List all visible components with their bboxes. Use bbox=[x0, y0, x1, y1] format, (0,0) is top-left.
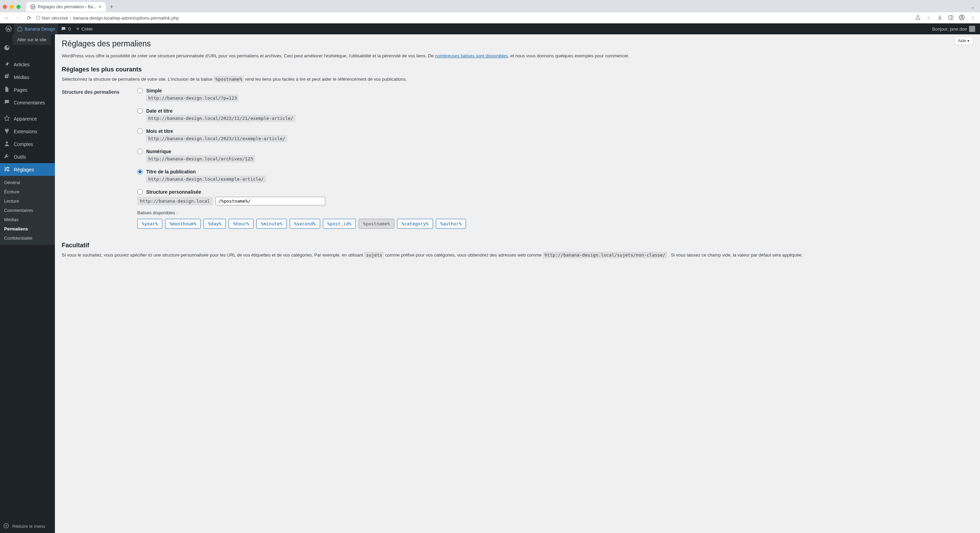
wp-logo-button[interactable] bbox=[3, 23, 14, 34]
sidebar-item-label: Pages bbox=[14, 87, 27, 93]
balise-author[interactable]: %author% bbox=[436, 219, 466, 229]
profile-icon[interactable] bbox=[959, 14, 965, 22]
plugins-icon bbox=[3, 128, 10, 135]
balise-monthnum[interactable]: %monthnum% bbox=[165, 219, 201, 229]
permalink-option-simple: Simple http://banana-design.local/?p=123 bbox=[137, 88, 973, 101]
radio-numeric[interactable] bbox=[137, 149, 143, 154]
balises-row: %year% %monthnum% %day% %hour% %minute% … bbox=[137, 219, 973, 229]
maximize-window-button[interactable] bbox=[16, 5, 21, 9]
tab-bar: Réglages des permaliens ‹ Ba... × + ⌄ bbox=[0, 0, 980, 12]
url-path: /wp-admin/options-permalink.php bbox=[113, 16, 179, 21]
sidebar-item-outils[interactable]: Outils bbox=[0, 150, 55, 163]
settings-submenu: Général Écriture Lecture Commentaires Mé… bbox=[0, 176, 55, 245]
sidebar-item-pages[interactable]: Pages bbox=[0, 83, 55, 96]
svg-rect-8 bbox=[5, 167, 9, 168]
submenu-medias[interactable]: Médias bbox=[0, 215, 55, 224]
minimize-window-button[interactable] bbox=[10, 5, 14, 9]
radio-month-title[interactable] bbox=[137, 128, 143, 134]
submenu-general[interactable]: Général bbox=[0, 178, 55, 187]
sidebar-item-commentaires[interactable]: Commentaires bbox=[0, 96, 55, 109]
chevron-down-icon: ▾ bbox=[967, 38, 969, 43]
radio-simple[interactable] bbox=[137, 88, 143, 93]
balise-postid[interactable]: %post_id% bbox=[323, 219, 356, 229]
new-tab-button[interactable]: + bbox=[110, 3, 114, 11]
radio-date-title[interactable] bbox=[137, 108, 143, 114]
svg-point-0 bbox=[31, 5, 35, 9]
custom-prefix: http://banana-design.local bbox=[137, 197, 213, 205]
comments-button[interactable]: 0 bbox=[58, 23, 73, 34]
browser-tab[interactable]: Réglages des permaliens ‹ Ba... × bbox=[26, 2, 106, 12]
menu-icon[interactable]: ⋮ bbox=[970, 16, 976, 21]
balise-second[interactable]: %second% bbox=[290, 219, 320, 229]
submenu-ecriture[interactable]: Écriture bbox=[0, 187, 55, 196]
svg-point-14 bbox=[4, 523, 8, 528]
site-hover-submenu[interactable]: Aller sur le site bbox=[12, 34, 51, 45]
sidebar-item-reglages[interactable]: Réglages bbox=[0, 163, 55, 176]
settings-icon bbox=[3, 166, 10, 173]
sidebar-item-articles[interactable]: Articles bbox=[0, 58, 55, 71]
svg-point-11 bbox=[5, 167, 6, 168]
reload-button[interactable]: ⟳ bbox=[25, 15, 33, 21]
permalink-option-custom: Structure personnalisée http://banana-de… bbox=[137, 189, 973, 229]
users-icon bbox=[3, 140, 10, 148]
sidebar-item-label: Comptes bbox=[14, 142, 33, 147]
share-icon[interactable] bbox=[915, 15, 921, 21]
balise-postname[interactable]: %postname% bbox=[359, 219, 394, 229]
collapse-menu-button[interactable]: Réduire le menu bbox=[0, 520, 55, 533]
intro-text: WordPress vous offre la possibilité de c… bbox=[62, 53, 973, 60]
create-label: Créer bbox=[81, 26, 93, 32]
radio-post-title[interactable] bbox=[137, 169, 143, 174]
help-tab[interactable]: Aide ▾ bbox=[954, 37, 973, 45]
label-month-title[interactable]: Mois et titre bbox=[146, 128, 173, 134]
label-post-title[interactable]: Titre de la publication bbox=[146, 169, 196, 174]
dashboard-icon bbox=[3, 45, 10, 52]
label-simple[interactable]: Simple bbox=[146, 88, 162, 93]
label-date-title[interactable]: Date et titre bbox=[146, 108, 173, 114]
plus-icon: + bbox=[76, 26, 79, 32]
label-custom[interactable]: Structure personnalisée bbox=[146, 189, 201, 195]
browser-actions: ☆ ⋮ bbox=[915, 14, 976, 22]
balise-minute[interactable]: %minute% bbox=[256, 219, 287, 229]
balise-day[interactable]: %day% bbox=[204, 219, 226, 229]
submenu-permaliens[interactable]: Permaliens bbox=[0, 224, 55, 233]
site-name-button[interactable]: Banana Design bbox=[14, 23, 58, 34]
svg-point-4 bbox=[961, 16, 963, 18]
sidebar-item-medias[interactable]: Médias bbox=[0, 71, 55, 83]
sidebar-item-label: Outils bbox=[14, 154, 26, 160]
label-numeric[interactable]: Numérique bbox=[146, 149, 171, 154]
url-bar[interactable]: Non sécurisé | banana-design.local/wp-ad… bbox=[36, 16, 912, 21]
tab-close-icon[interactable]: × bbox=[99, 4, 102, 10]
svg-rect-1 bbox=[949, 16, 953, 19]
back-button[interactable]: ← bbox=[3, 15, 11, 21]
address-bar: ← → ⟳ Non sécurisé | banana-design.local… bbox=[0, 12, 980, 23]
section-common-subtitle: Sélectionnez la structure de permaliens … bbox=[62, 77, 973, 82]
panel-icon[interactable] bbox=[948, 15, 954, 21]
user-greeting[interactable]: Bonjour, jane.doe bbox=[932, 26, 977, 32]
create-button[interactable]: + Créer bbox=[73, 23, 95, 34]
admin-sidebar: Aller sur le site Articles Médias Pages … bbox=[0, 34, 55, 533]
tabs-dropdown-icon[interactable]: ⌄ bbox=[971, 5, 975, 10]
balise-category[interactable]: %category% bbox=[397, 219, 433, 229]
submenu-lecture[interactable]: Lecture bbox=[0, 196, 55, 206]
svg-point-7 bbox=[6, 142, 8, 144]
collapse-icon bbox=[3, 523, 9, 530]
custom-structure-input[interactable] bbox=[215, 197, 325, 205]
submenu-confidentialite[interactable]: Confidentialité bbox=[0, 233, 55, 243]
sidebar-item-apparence[interactable]: Apparence bbox=[0, 112, 55, 125]
sidebar-item-label: Réglages bbox=[14, 167, 34, 172]
intro-link[interactable]: nombreuses balises sont disponibles bbox=[435, 53, 508, 58]
sidebar-item-comptes[interactable]: Comptes bbox=[0, 138, 55, 150]
appearance-icon bbox=[3, 115, 10, 122]
help-label: Aide bbox=[958, 38, 966, 43]
bookmark-icon[interactable]: ☆ bbox=[926, 16, 932, 21]
submenu-commentaires[interactable]: Commentaires bbox=[0, 206, 55, 215]
close-window-button[interactable] bbox=[3, 5, 7, 9]
radio-custom[interactable] bbox=[137, 189, 143, 195]
sidebar-item-extensions[interactable]: Extensions bbox=[0, 125, 55, 138]
balise-year[interactable]: %year% bbox=[137, 219, 162, 229]
sidebar-item-label: Apparence bbox=[14, 116, 37, 121]
download-icon[interactable] bbox=[937, 15, 943, 21]
balise-hour[interactable]: %hour% bbox=[229, 219, 254, 229]
url-host: banana-design.local bbox=[73, 16, 113, 21]
forward-button[interactable]: → bbox=[14, 15, 22, 21]
